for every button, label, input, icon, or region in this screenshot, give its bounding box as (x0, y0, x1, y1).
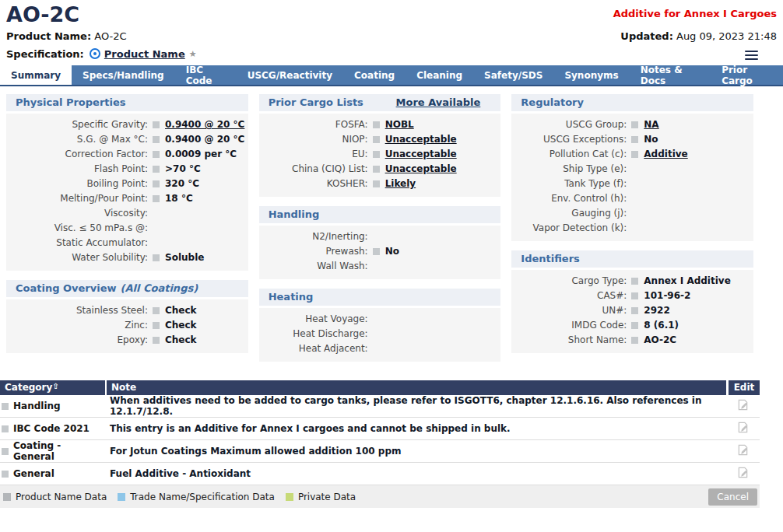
specification-product-name-link[interactable]: Product Name (104, 48, 185, 60)
note-row: General Fuel Additive - Antioxidant (0, 463, 760, 485)
property-label: Heat Adjacent: (259, 342, 368, 355)
notes-table-header: Category⇧ Note Edit (0, 380, 760, 395)
updated-line: Updated: Aug 09, 2023 21:48 (620, 30, 777, 42)
tab[interactable]: Synonyms (553, 65, 629, 85)
property-row: Heat Discharge: (259, 327, 501, 341)
data-source-marker (153, 337, 160, 344)
property-value: No (385, 245, 399, 258)
property-value[interactable]: Additive (644, 148, 687, 161)
note-category: Coating - General (13, 440, 105, 462)
tab-bar: SummarySpecs/HandlingIBC CodeUSCG/Reacti… (0, 65, 783, 86)
data-source-marker (631, 307, 638, 314)
data-source-marker (153, 121, 160, 128)
property-value: 0.9400 @ 20 °C (165, 133, 244, 146)
property-label: Water Solubility: (6, 251, 148, 264)
tab[interactable]: Notes & Docs (630, 65, 711, 85)
panel-title: Coating Overview (16, 282, 117, 295)
legend-bar: Product Name Data Trade Name/Specificati… (0, 485, 760, 508)
property-value[interactable]: Unacceptable (385, 163, 457, 176)
tab[interactable]: USCG/Reactivity (237, 65, 343, 85)
property-row: Ship Type (e): (511, 162, 753, 177)
property-value[interactable]: Unacceptable (385, 133, 457, 146)
property-value[interactable]: Likely (385, 177, 416, 191)
edit-note-icon[interactable] (737, 399, 749, 411)
property-label: Env. Control (h): (511, 192, 627, 205)
property-value: 2922 (644, 304, 669, 317)
cancel-button[interactable]: Cancel (708, 488, 757, 506)
more-available-link[interactable]: More Available (396, 96, 481, 109)
property-label: UN#: (511, 304, 627, 317)
tab[interactable]: Coating (343, 65, 406, 85)
data-source-marker (153, 136, 160, 143)
property-row: Boiling Point: 320 °C (6, 177, 248, 191)
column-right: Regulatory USCG Group: NA USCG Exception… (511, 94, 753, 362)
note-text: Fuel Additive - Antioxidant (105, 468, 726, 479)
data-source-marker (631, 121, 638, 128)
product-name-label: Product Name: (6, 30, 91, 42)
legend-swatch (118, 493, 125, 501)
legend-label: Private Data (298, 492, 356, 502)
note-row: Coating - General For Jotun Coatings Max… (0, 440, 760, 463)
tab[interactable]: Prior Cargo (711, 65, 783, 85)
tab[interactable]: Safety/SDS (473, 65, 553, 85)
property-row: Epoxy: Check (6, 333, 248, 348)
property-label: FOSFA: (259, 118, 368, 131)
updated-value: Aug 09, 2023 21:48 (676, 30, 777, 42)
summary-content: Physical Properties Specific Gravity: 0.… (6, 94, 753, 371)
tab[interactable]: Specs/Handling (72, 65, 175, 85)
menu-icon[interactable] (745, 48, 758, 62)
property-value: No (644, 133, 658, 146)
property-row: EU: Unacceptable (259, 147, 501, 162)
property-row: Specific Gravity: 0.9400 @ 20 °C (6, 117, 248, 132)
property-row: Pollution Cat (c): Additive (511, 147, 753, 162)
property-row: N2/Inerting: (259, 229, 501, 244)
property-label: Vapor Detection (k): (511, 222, 627, 235)
star-icon[interactable]: ★ (189, 49, 197, 59)
property-value: Annex I Additive (644, 275, 730, 288)
property-row: Tank Type (f): (511, 177, 753, 191)
sort-asc-icon: ⇧ (52, 382, 58, 390)
data-source-marker (2, 403, 9, 410)
property-value[interactable]: NA (644, 118, 658, 131)
tab[interactable]: Cleaning (406, 65, 473, 85)
property-label: Static Accumulator: (6, 236, 148, 250)
data-source-marker (631, 292, 638, 299)
tab[interactable]: IBC Code (175, 65, 237, 85)
property-row: NIOP: Unacceptable (259, 132, 501, 147)
specification-radio[interactable] (90, 48, 100, 59)
property-label: USCG Exceptions: (511, 133, 627, 146)
property-label: Correction Factor: (6, 148, 148, 161)
edit-note-icon[interactable] (737, 444, 749, 456)
edit-note-icon[interactable] (737, 422, 749, 433)
category-column-header[interactable]: Category⇧ (0, 380, 105, 395)
property-row: KOSHER: Likely (259, 177, 501, 191)
data-source-marker (373, 121, 380, 128)
prior-cargo-lists-panel: Prior Cargo Lists More Available FOSFA: … (259, 94, 501, 197)
property-value[interactable]: Unacceptable (385, 148, 457, 161)
property-value: 0.0009 per °C (165, 148, 237, 161)
physical-properties-panel: Physical Properties Specific Gravity: 0.… (6, 94, 248, 271)
panel-title: Handling (269, 208, 320, 221)
property-value: >70 °C (165, 163, 201, 176)
legend-label: Trade Name/Specification Data (130, 492, 275, 502)
panel-title: Prior Cargo Lists (269, 96, 363, 109)
product-name-line: Product Name: AO-2C (6, 30, 127, 42)
property-value: Soluble (165, 251, 204, 264)
edit-note-icon[interactable] (737, 467, 749, 478)
note-category: IBC Code 2021 (13, 423, 90, 434)
data-source-marker (153, 166, 160, 173)
annex-alert-text: Additive for Annex I Cargoes (613, 8, 777, 19)
property-label: IMDG Code: (511, 319, 627, 332)
property-row: Visc. ≤ 50 mPa.s @: (6, 221, 248, 236)
property-value[interactable]: NOBL (385, 118, 414, 131)
panel-title: Regulatory (521, 96, 584, 109)
tab[interactable]: Summary (0, 65, 72, 85)
property-row: Static Accumulator: (6, 236, 248, 250)
data-source-marker (153, 254, 160, 261)
note-category-cell: General (0, 468, 105, 479)
data-source-marker (2, 471, 9, 478)
note-category-cell: IBC Code 2021 (0, 423, 105, 434)
property-value[interactable]: 0.9400 @ 20 °C (165, 118, 244, 131)
property-row: IMDG Code: 8 (6.1) (511, 318, 753, 333)
note-column-header[interactable]: Note (107, 380, 726, 395)
